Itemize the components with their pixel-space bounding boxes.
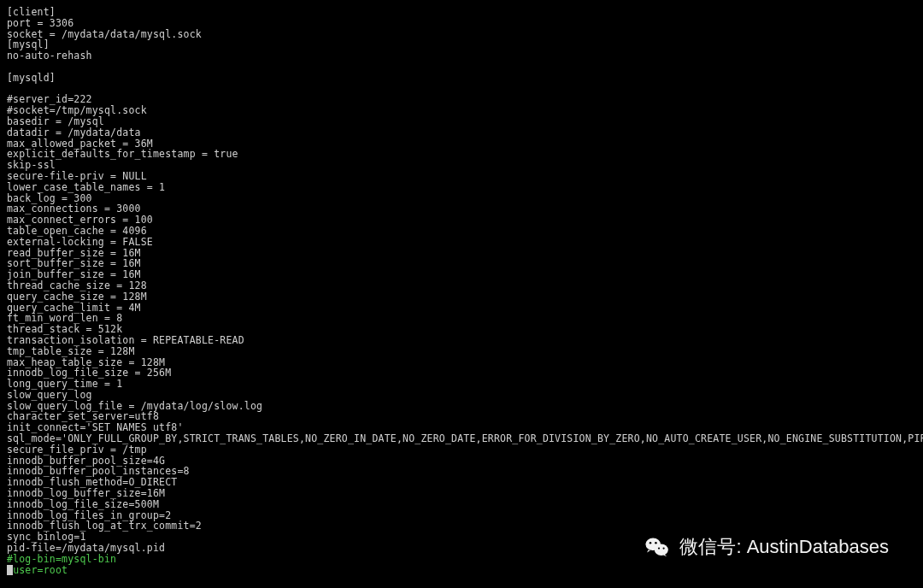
config-line: innodb_log_file_size = 256M xyxy=(7,368,916,379)
config-line xyxy=(7,84,916,95)
config-line xyxy=(7,62,916,73)
config-line: lower_case_table_names = 1 xyxy=(7,182,916,193)
wechat-icon xyxy=(644,533,671,561)
svg-point-3 xyxy=(656,542,658,544)
svg-point-1 xyxy=(655,544,668,556)
config-line: datadir = /mydata/data xyxy=(7,127,916,138)
watermark: 微信号: AustinDatabases xyxy=(644,533,889,561)
config-line: query_cache_size = 128M xyxy=(7,291,916,303)
config-line: innodb_log_buffer_size=16M xyxy=(7,488,916,499)
config-line: long_query_time = 1 xyxy=(7,379,916,390)
config-line: read_buffer_size = 16M xyxy=(7,248,916,259)
config-line: sql_mode='ONLY_FULL_GROUP_BY,STRICT_TRAN… xyxy=(7,433,916,444)
config-line: sort_buffer_size = 16M xyxy=(7,258,916,269)
config-line: table_open_cache = 4096 xyxy=(7,226,916,237)
svg-point-2 xyxy=(650,542,652,544)
config-line: innodb_log_file_size=500M xyxy=(7,499,916,510)
config-line: no-auto-rehash xyxy=(7,50,916,62)
config-line: join_buffer_size = 16M xyxy=(7,269,916,280)
config-line: external-locking = FALSE xyxy=(7,237,916,248)
config-line: [client] xyxy=(7,7,916,18)
config-line: ft_min_word_len = 8 xyxy=(7,313,916,324)
config-line: back_log = 300 xyxy=(7,193,916,204)
config-line: secure-file-priv = NULL xyxy=(7,171,916,182)
config-line: secure_file_priv = /tmp xyxy=(7,444,916,456)
config-line: tmp_table_size = 128M xyxy=(7,346,916,357)
config-line: [mysql] xyxy=(7,39,916,50)
config-line: #user=root xyxy=(7,565,916,576)
config-line: port = 3306 xyxy=(7,18,916,29)
config-line: explicit_defaults_for_timestamp = true xyxy=(7,149,916,160)
config-line: #socket=/tmp/mysql.sock xyxy=(7,105,916,116)
config-line: basedir = /mysql xyxy=(7,116,916,127)
config-line: slow_query_log xyxy=(7,390,916,401)
terminal-output: [client]port = 3306socket = /mydata/data… xyxy=(7,7,916,575)
config-line: transaction_isolation = REPEATABLE-READ xyxy=(7,335,916,346)
config-line: innodb_flush_log_at_trx_commit=2 xyxy=(7,520,916,532)
config-line: thread_stack = 512k xyxy=(7,324,916,335)
config-line: socket = /mydata/data/mysql.sock xyxy=(7,29,916,40)
config-line: [mysqld] xyxy=(7,73,916,84)
watermark-text: 微信号: AustinDatabases xyxy=(679,537,889,557)
svg-point-5 xyxy=(663,547,665,549)
config-line: thread_cache_size = 128 xyxy=(7,280,916,291)
config-line: query_cache_limit = 4M xyxy=(7,303,916,314)
svg-point-4 xyxy=(658,547,660,549)
